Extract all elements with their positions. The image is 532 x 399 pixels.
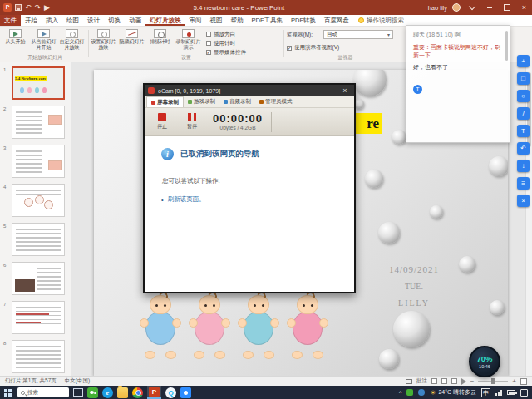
comments-icon[interactable] <box>406 379 412 384</box>
battery-icon[interactable] <box>507 390 515 395</box>
file-explorer-taskbar-icon[interactable] <box>117 387 128 398</box>
thumbnail-slide-3[interactable]: 3 <box>0 143 71 182</box>
checkbox[interactable] <box>206 32 211 37</box>
reading-view-button[interactable] <box>451 378 457 384</box>
restore-button[interactable] <box>500 0 513 15</box>
setup-slideshow-button[interactable]: 设置幻灯片放映 <box>90 28 117 54</box>
normal-view-button[interactable] <box>431 378 437 384</box>
minimize-button[interactable] <box>483 0 495 15</box>
ocam-close-icon[interactable]: × <box>339 86 351 95</box>
wechat-taskbar-icon[interactable] <box>87 387 98 398</box>
thumbnail-slide-7[interactable]: 7 <box>0 299 71 338</box>
tab-home[interactable]: 开始 <box>21 15 42 26</box>
annotation-tool-close-icon[interactable]: × <box>517 195 530 207</box>
ribbon-display-options-icon[interactable] <box>466 0 478 15</box>
monitor-dropdown[interactable]: 自动 ▾ <box>323 30 393 39</box>
user-avatar[interactable] <box>452 3 461 12</box>
ocam-tab-game-record[interactable]: 游戏录制 <box>184 96 219 107</box>
clock-widget[interactable]: 70% 10:46 <box>469 346 500 377</box>
ocam-tab-admin-mode[interactable]: 管理员模式 <box>255 96 297 107</box>
zoom-slider-knob[interactable] <box>491 378 495 384</box>
custom-slideshow-button[interactable]: 自定义幻灯片放映 <box>58 28 86 54</box>
ocam-tab-audio-record[interactable]: 音频录制 <box>219 96 255 107</box>
action-center-icon[interactable] <box>520 389 528 397</box>
slideshow-view-button[interactable] <box>461 378 466 385</box>
checkbox-checked[interactable]: ✓ <box>287 46 292 51</box>
tab-view[interactable]: 视图 <box>206 15 227 26</box>
zoom-out-button[interactable]: − <box>470 378 475 385</box>
tab-review[interactable]: 审阅 <box>185 15 206 26</box>
meeting-taskbar-icon[interactable] <box>180 387 191 398</box>
annotation-tool-text-icon[interactable]: T <box>517 125 530 137</box>
annotation-tool-menu-icon[interactable]: ≡ <box>517 177 530 190</box>
from-current-slide-button[interactable]: 从当前幻灯片开始 <box>30 28 57 54</box>
annotation-tool-undo-icon[interactable]: ↶ <box>517 142 530 155</box>
thumbnail-slide-5[interactable]: 5 <box>0 221 71 260</box>
ocam-title-bar[interactable]: oCam [0, 0, 1919, 1079] × <box>145 85 354 96</box>
thumbnail-slide-4[interactable]: 4 <box>0 182 71 221</box>
text-tool-icon[interactable]: T <box>413 85 422 94</box>
tab-pdf-tools[interactable]: PDF工具集 <box>248 15 288 26</box>
save-icon[interactable] <box>15 4 22 11</box>
fit-slide-to-window-button[interactable] <box>520 378 527 385</box>
undo-icon[interactable]: ↶ <box>25 3 32 12</box>
thumbnail-slide-6[interactable]: 6 <box>0 260 71 299</box>
refresh-page-link[interactable]: 刷新该页面。 <box>168 195 205 204</box>
start-button[interactable] <box>2 386 13 399</box>
rehearse-timings-button[interactable]: 排练计时 <box>146 28 174 54</box>
edge-taskbar-icon[interactable]: e <box>102 387 113 398</box>
taskbar-search-box[interactable]: 搜索 <box>17 387 69 397</box>
ime-indicator[interactable]: 中 <box>481 388 490 397</box>
redo-icon[interactable]: ↷ <box>35 3 42 12</box>
start-slideshow-icon[interactable]: ▶ <box>44 3 50 12</box>
powerpoint-taskbar-icon[interactable]: P <box>149 387 160 397</box>
thumbnail-slide-8[interactable]: 8 <box>0 338 71 376</box>
chat-text-tool[interactable]: T <box>413 85 503 94</box>
tab-pdf-convert[interactable]: PDF转换 <box>287 15 320 26</box>
slide-sorter-view-button[interactable] <box>441 378 447 384</box>
comments-label[interactable]: 批注 <box>416 377 427 385</box>
tab-help[interactable]: 帮助 <box>227 15 248 26</box>
tell-me-search[interactable]: 操作说明搜索 <box>353 15 409 26</box>
thumbnail-slide-2[interactable]: 2 <box>0 104 71 143</box>
weather-widget[interactable]: ☀ 24°C 晴转多云 <box>430 388 476 397</box>
annotation-tool-ellipse-icon[interactable]: ○ <box>517 90 530 102</box>
tab-baidu-netdisk[interactable]: 百度网盘 <box>320 15 353 26</box>
annotation-tool-save-icon[interactable]: ↓ <box>517 160 530 172</box>
tab-file[interactable]: 文件 <box>0 15 21 26</box>
annotation-tool-add-icon[interactable]: + <box>517 55 530 67</box>
language-indicator[interactable]: 中文(中国) <box>65 377 90 385</box>
play-narrations-checkbox[interactable]: 播放旁白 <box>206 30 283 38</box>
qq-taskbar-icon[interactable]: Q <box>165 387 176 398</box>
ocam-pause-button[interactable]: 暂停 <box>181 113 203 131</box>
powerpoint-app-icon[interactable]: P <box>3 3 12 12</box>
ocam-tab-screen-record[interactable]: 屏幕录制 <box>146 96 184 107</box>
hide-slide-button[interactable]: 隐藏幻灯片 <box>118 28 145 54</box>
close-button[interactable]: × <box>518 0 530 15</box>
ocam-stop-button[interactable]: 停止 <box>151 113 173 131</box>
checkbox[interactable] <box>206 41 211 46</box>
powerpoint-taskbar-active[interactable]: P <box>147 386 161 399</box>
tab-slideshow[interactable]: 幻灯片放映 <box>145 15 185 26</box>
annotation-tool-rect-icon[interactable]: □ <box>517 72 530 85</box>
task-view-button[interactable] <box>73 388 83 397</box>
chat-scrollbar[interactable] <box>505 31 508 61</box>
annotation-tool-pen-icon[interactable]: / <box>517 107 530 120</box>
tab-draw[interactable]: 绘图 <box>62 15 83 26</box>
tab-animations[interactable]: 动画 <box>125 15 145 26</box>
hidden-icons-chevron[interactable]: ^ <box>399 390 401 396</box>
zoom-slider[interactable] <box>478 381 508 382</box>
user-name[interactable]: hao lily <box>428 4 447 12</box>
use-timings-checkbox[interactable]: 使用计时 <box>206 39 283 47</box>
tab-design[interactable]: 设计 <box>83 15 104 26</box>
thumbnail-slide-1[interactable]: 1 5.4 Newborn care <box>0 65 71 104</box>
tray-icon-blue[interactable] <box>418 389 425 396</box>
from-beginning-button[interactable]: 从头开始 <box>2 28 29 54</box>
tray-icon-green[interactable] <box>406 389 413 396</box>
tab-transitions[interactable]: 切换 <box>104 15 125 26</box>
zoom-in-button[interactable]: + <box>512 378 516 385</box>
use-presenter-view-checkbox[interactable]: ✓ 使用演示者视图(V) <box>287 44 339 52</box>
tab-insert[interactable]: 插入 <box>42 15 62 26</box>
record-slideshow-button[interactable]: 录制幻灯片演示 <box>175 28 202 54</box>
chrome-taskbar-icon[interactable] <box>132 387 143 398</box>
